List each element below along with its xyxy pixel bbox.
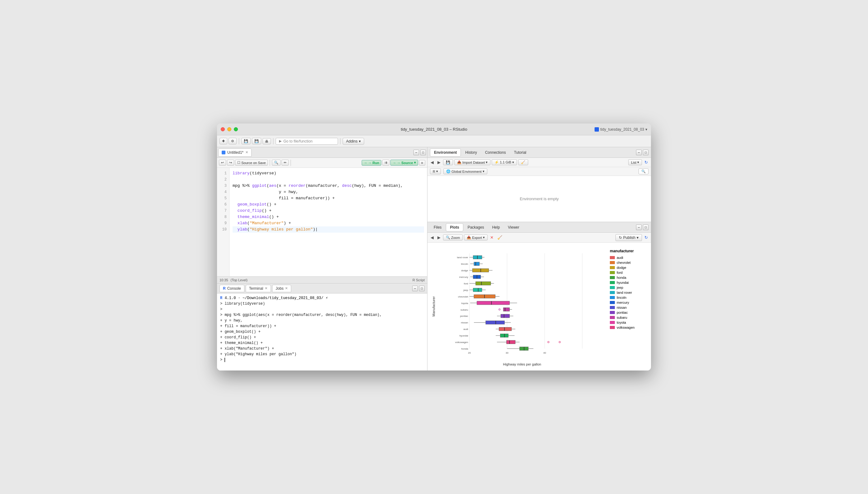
- code-line-5: fill = manufacturer)) +: [233, 195, 424, 202]
- legend-label-lincoln: lincoln: [617, 296, 626, 299]
- env-tab-connections[interactable]: Connections: [481, 149, 510, 156]
- global-env-badge[interactable]: 🌐 Global Environment ▾: [443, 168, 487, 174]
- svg-rect-72: [500, 334, 508, 337]
- broom-plot-button[interactable]: 🧹: [496, 234, 503, 241]
- maximize-button[interactable]: [234, 127, 238, 131]
- chart-x-label: Highway miles per gallon: [437, 361, 607, 367]
- plots-tab-files[interactable]: Files: [430, 223, 445, 231]
- terminal-close[interactable]: ✕: [265, 286, 268, 290]
- zoom-button[interactable]: 🔍 Zoom: [443, 234, 463, 241]
- console-r-icon: R: [223, 286, 226, 291]
- app-toolbar: ✚ ⚙ 💾 💾 🖶 ▶ Go to file/function Addins ▾: [217, 135, 651, 147]
- env-maximize-btn[interactable]: □: [643, 150, 649, 155]
- run-button[interactable]: → → Run: [362, 160, 381, 166]
- env-tab-history[interactable]: History: [461, 149, 480, 156]
- svg-rect-68: [499, 327, 511, 330]
- tutorial-tab-label: Tutorial: [514, 150, 526, 155]
- console-maximize-btn[interactable]: □: [419, 286, 425, 291]
- legend-label-honda: honda: [617, 276, 626, 280]
- open-project-button[interactable]: ⚙: [229, 138, 237, 145]
- env-panel-controls: – □: [636, 150, 649, 155]
- minimize-button[interactable]: [227, 127, 231, 131]
- line-num-1: 1: [217, 170, 229, 176]
- legend-honda: honda: [610, 276, 645, 280]
- code-line-2: [233, 176, 424, 183]
- legend-label-hyundai: hyundai: [617, 281, 629, 284]
- legend-color-land-rover: [610, 291, 615, 294]
- legend-color-honda: [610, 276, 615, 279]
- print-button[interactable]: 🖶: [263, 138, 271, 145]
- legend-panel: manufacturer audi chevrolet dodge: [607, 246, 648, 367]
- env-search-input[interactable]: 🔍: [638, 168, 649, 174]
- editor-content[interactable]: 1 2 3 4 5 6 7 8 9 10 library(tidyverse): [217, 168, 427, 276]
- project-arrow: ▾: [645, 127, 647, 132]
- svg-rect-64: [486, 321, 504, 324]
- env-save-button[interactable]: 💾: [443, 159, 453, 165]
- console-minimize-btn[interactable]: –: [412, 286, 418, 291]
- redo-icon: ↪: [229, 160, 232, 165]
- plots-content: Manufacturer: [427, 243, 651, 370]
- code-area[interactable]: library(tidyverse) mpg %>% ggplot(aes(x …: [230, 168, 427, 276]
- console-content[interactable]: R 4.1.0 · ~/Downloads/tidy_tuesday_2021_…: [217, 293, 427, 370]
- spell-check-button[interactable]: ✏: [282, 160, 289, 166]
- r-version-badge[interactable]: R ▾: [430, 168, 441, 174]
- save-all-button[interactable]: 💾: [252, 138, 261, 145]
- console-tab-console[interactable]: R Console: [219, 285, 245, 292]
- plots-tab-plots[interactable]: Plots: [446, 223, 463, 231]
- plots-tab-viewer[interactable]: Viewer: [504, 223, 523, 231]
- env-tab-tutorial[interactable]: Tutorial: [510, 149, 530, 156]
- svg-point-81: [559, 341, 561, 343]
- options-button[interactable]: ≡: [419, 160, 425, 166]
- env-tab-environment[interactable]: Environment: [430, 149, 461, 156]
- export-button[interactable]: 📤 Export ▾: [464, 234, 488, 241]
- plots-maximize-btn[interactable]: □: [643, 225, 649, 230]
- find-button[interactable]: 🔍: [272, 160, 281, 166]
- close-button[interactable]: [221, 127, 225, 131]
- plots-minimize-btn[interactable]: –: [636, 225, 642, 230]
- addins-button[interactable]: Addins ▾: [343, 138, 364, 145]
- editor-tab-close[interactable]: ✕: [245, 150, 248, 154]
- svg-text:audi: audi: [463, 328, 468, 330]
- plots-forward-button[interactable]: ▶: [436, 234, 442, 241]
- env-back-button[interactable]: ◀: [429, 159, 435, 165]
- undo-button[interactable]: ↩: [219, 160, 226, 166]
- refresh-button[interactable]: ↻: [643, 159, 649, 165]
- source-on-save-checkbox[interactable]: ☐ Source on Save: [235, 160, 268, 166]
- continue-button[interactable]: ⇉: [382, 160, 389, 166]
- console-tab-jobs[interactable]: Jobs ✕: [272, 285, 291, 292]
- console-tab-terminal[interactable]: Terminal ✕: [246, 285, 271, 292]
- addins-arrow: ▾: [359, 139, 361, 144]
- env-toolbar: ◀ ▶ 💾 📥 Import Dataset ▾ ⚡ 1.1 GiB ▾: [427, 158, 651, 167]
- legend-dodge: dodge: [610, 266, 645, 269]
- options-icon: ≡: [421, 161, 423, 165]
- source-on-save-label: Source on Save: [241, 161, 266, 165]
- global-env-arrow: ▾: [483, 169, 484, 173]
- go-to-file-input[interactable]: ▶ Go to file/function: [276, 138, 338, 145]
- list-view-select[interactable]: List ▾: [628, 159, 642, 165]
- redo-button[interactable]: ↪: [227, 160, 234, 166]
- clear-env-button[interactable]: 🧹: [518, 159, 528, 165]
- save-button[interactable]: 💾: [241, 138, 251, 145]
- jobs-tab-label: Jobs: [276, 286, 284, 291]
- jobs-close[interactable]: ✕: [285, 286, 288, 290]
- legend-color-pontiac: [610, 311, 615, 314]
- plots-tab-help[interactable]: Help: [488, 223, 503, 231]
- plots-refresh-button[interactable]: ↻: [643, 234, 649, 241]
- project-badge[interactable]: tidy_tuesday_2021_08_03 ▾: [595, 127, 647, 132]
- editor-status: 10:35 (Top Level) R Script: [217, 276, 427, 283]
- editor-maximize-btn[interactable]: □: [420, 150, 426, 155]
- editor-minimize-btn[interactable]: –: [413, 150, 419, 155]
- editor-tab-untitled1[interactable]: Untitled1* ✕: [218, 149, 252, 156]
- plots-back-button[interactable]: ◀: [429, 234, 435, 241]
- source-button[interactable]: → → Source ▾: [390, 160, 418, 166]
- new-file-button[interactable]: ✚: [219, 138, 227, 145]
- env-forward-button[interactable]: ▶: [436, 159, 442, 165]
- editor-panel: Untitled1* ✕ – □ ↩ ↪: [217, 147, 427, 283]
- source-icon: →: [392, 161, 396, 165]
- publish-button[interactable]: ↻ Publish ▾: [615, 234, 642, 241]
- env-minimize-btn[interactable]: –: [636, 150, 642, 155]
- delete-plot-button[interactable]: ✕: [489, 234, 495, 241]
- plots-tab-packages[interactable]: Packages: [464, 223, 488, 231]
- import-dataset-button[interactable]: 📥 Import Dataset ▾: [454, 159, 490, 165]
- console-line-8: + theme_minimal() +: [220, 340, 424, 346]
